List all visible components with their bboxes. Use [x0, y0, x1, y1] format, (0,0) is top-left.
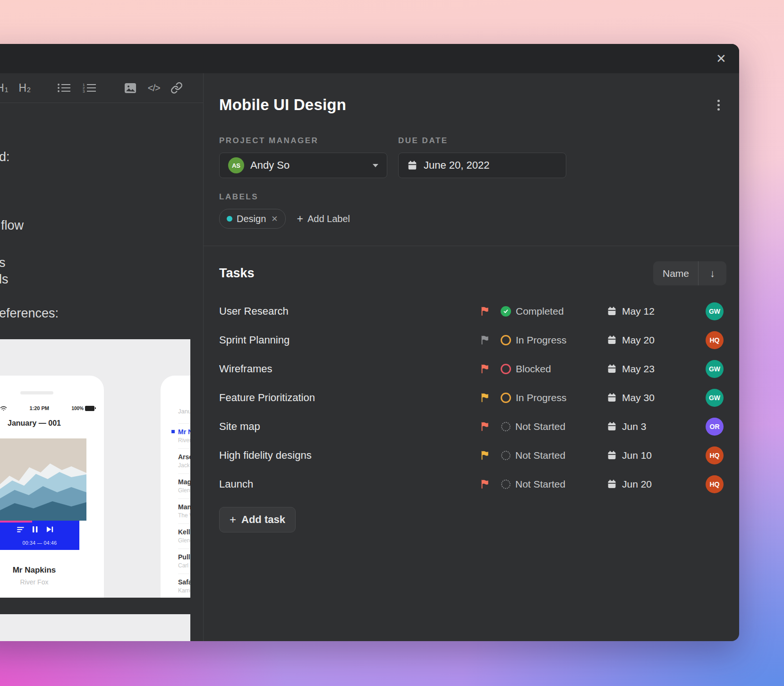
pause-icon[interactable] — [33, 526, 38, 532]
task-row[interactable]: High fidelity designs Not Started Jun 10… — [204, 441, 739, 470]
add-label-button[interactable]: + Add Label — [297, 213, 350, 225]
section-divider — [204, 246, 739, 246]
song-item-artist: Carl B — [178, 562, 190, 569]
phone-screen-title: January — 001 — [0, 419, 104, 428]
flag-icon[interactable] — [479, 392, 501, 403]
link-icon[interactable] — [170, 82, 183, 94]
assignee-avatar[interactable]: GW — [706, 389, 724, 407]
chevron-down-icon — [373, 164, 378, 167]
task-row[interactable]: Site map Not Started Jun 3 OR — [204, 412, 739, 441]
flag-icon[interactable] — [479, 363, 501, 374]
task-row[interactable]: User Research Completed May 12 GW — [204, 297, 739, 326]
song-list-item[interactable]: Magi Glenn — [178, 473, 190, 498]
flag-icon[interactable] — [479, 479, 501, 489]
song-list-header: Janua — [178, 408, 190, 415]
progress-bar — [0, 521, 32, 523]
assignee-avatar[interactable]: GW — [706, 302, 724, 320]
tasks-heading: Tasks — [219, 266, 255, 281]
task-name: Wireframes — [219, 363, 479, 375]
task-status[interactable]: In Progress — [501, 334, 607, 346]
album-artwork — [0, 438, 86, 521]
player-time: 00:34 — 04:46 — [0, 540, 79, 546]
label-color-dot — [227, 216, 232, 222]
assignee-avatar[interactable]: GW — [706, 360, 724, 378]
song-item-artist: The W — [178, 512, 190, 519]
due-date-field[interactable]: June 20, 2022 — [398, 153, 566, 178]
document-image-preview: 1:20 PM 100% January — 001 — [0, 339, 190, 598]
svg-text:3: 3 — [83, 89, 85, 94]
task-row[interactable]: Sprint Planning In Progress May 20 HQ — [204, 326, 739, 354]
insert-image-icon[interactable] — [124, 83, 136, 94]
song-list-item[interactable]: Mr Na River — [178, 423, 190, 448]
task-name: High fidelity designs — [219, 449, 479, 462]
assignee-avatar[interactable]: HQ — [706, 331, 724, 349]
phone-status-bar: 1:20 PM 100% — [0, 405, 94, 411]
flag-icon[interactable] — [479, 306, 501, 317]
song-list-item[interactable]: Arsen Jack — [178, 448, 190, 473]
task-row[interactable]: Launch Not Started Jun 20 HQ — [204, 470, 739, 498]
assignee-avatar[interactable]: HQ — [706, 475, 724, 493]
song-item-artist: Jack — [178, 462, 190, 469]
more-options-icon[interactable] — [711, 96, 726, 114]
date-label: Jun 3 — [622, 421, 646, 432]
assignee-avatar[interactable]: OR — [706, 418, 724, 436]
next-icon[interactable] — [46, 526, 53, 532]
song-list-item[interactable]: Mane The W — [178, 498, 190, 523]
task-status[interactable]: Not Started — [501, 450, 607, 461]
song-list-item[interactable]: Kelly' Glene — [178, 523, 190, 549]
song-list-item[interactable]: Pull it Carl B — [178, 549, 190, 574]
task-due-date: Jun 10 — [607, 450, 699, 461]
task-status[interactable]: Completed — [501, 306, 607, 317]
task-name: User Research — [219, 305, 479, 317]
sort-by-name-button[interactable]: Name ↓ — [653, 261, 726, 285]
code-icon[interactable]: </> — [148, 83, 160, 94]
task-due-date: May 20 — [607, 334, 699, 346]
task-status[interactable]: Not Started — [501, 421, 607, 432]
page-title: Mobile UI Design — [219, 96, 346, 114]
add-task-button[interactable]: + Add task — [219, 507, 296, 532]
status-completed-icon — [501, 306, 511, 317]
task-due-date: Jun 20 — [607, 479, 699, 490]
status-in-progress-icon — [501, 393, 511, 403]
song-item-title: Arsen — [178, 453, 190, 461]
label-chip-design[interactable]: Design ✕ — [219, 209, 286, 229]
queue-icon[interactable] — [17, 527, 24, 532]
song-list: Janua Mr Na River Arsen Jack Magi Glenn … — [178, 408, 190, 598]
project-modal: ✕ H1 H2 123 </> — [0, 44, 739, 641]
date-label: May 23 — [622, 363, 655, 375]
song-item-title: Safar — [178, 578, 190, 586]
flag-icon[interactable] — [479, 450, 501, 461]
remove-label-icon[interactable]: ✕ — [271, 214, 278, 224]
project-manager-select[interactable]: AS Andy So — [219, 153, 387, 178]
doc-text-fragment: s — [0, 256, 6, 270]
assignee-avatar[interactable]: HQ — [706, 446, 724, 464]
numbered-list-icon[interactable]: 123 — [83, 82, 97, 94]
task-row[interactable]: Feature Prioritization In Progress May 3… — [204, 383, 739, 412]
heading-2-button[interactable]: H2 — [18, 83, 30, 93]
task-status[interactable]: In Progress — [501, 392, 607, 403]
plus-icon: + — [297, 213, 303, 225]
status-label: Blocked — [516, 363, 551, 375]
plus-icon: + — [230, 513, 236, 526]
status-label: In Progress — [516, 334, 566, 346]
flag-icon[interactable] — [479, 334, 501, 345]
status-not-started-icon — [501, 422, 511, 431]
flag-icon[interactable] — [479, 421, 501, 432]
project-detail-panel: Mobile UI Design PROJECT MANAGER AS Andy… — [204, 73, 739, 641]
song-list-item[interactable]: Safar Karrie — [178, 574, 190, 598]
task-due-date: May 12 — [607, 306, 699, 317]
close-icon[interactable]: ✕ — [711, 48, 732, 69]
date-label: May 20 — [622, 334, 655, 346]
calendar-icon — [607, 306, 617, 316]
task-name: Launch — [219, 478, 479, 490]
date-label: May 12 — [622, 306, 655, 317]
task-status[interactable]: Not Started — [501, 479, 607, 490]
song-item-title: Magi — [178, 478, 190, 486]
sort-direction-icon[interactable]: ↓ — [699, 267, 726, 280]
bullet-list-icon[interactable] — [57, 82, 71, 94]
doc-text-fragment: flow — [1, 218, 24, 233]
task-status[interactable]: Blocked — [501, 363, 607, 375]
task-row[interactable]: Wireframes Blocked May 23 GW — [204, 354, 739, 383]
task-name: Feature Prioritization — [219, 392, 479, 404]
heading-1-button[interactable]: H1 — [0, 83, 8, 93]
